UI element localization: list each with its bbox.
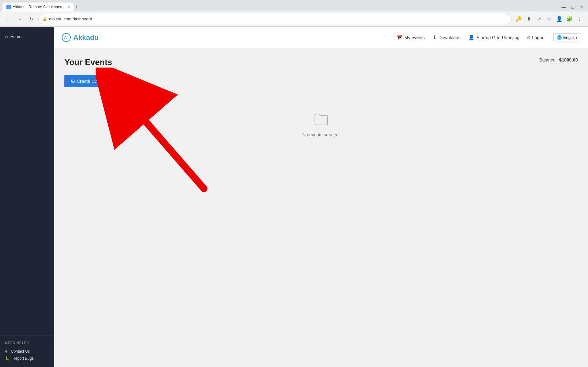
app-header: A Akkadu 📅 My events ⬇ Downloads 👤 Start…	[54, 27, 588, 48]
create-event-button[interactable]: ⊕ Create Event	[64, 75, 109, 87]
send-icon: ✈	[5, 349, 8, 354]
downloads-icon: ⬇	[432, 34, 437, 40]
tab-close-button[interactable]: ×	[67, 4, 70, 10]
sidebar: ⌂ Home NEED HELP? ✈ Contact Us 🐛 Report …	[0, 27, 54, 367]
main-content: Your Events Balance: $1000.00 ⊕ Create E…	[54, 48, 588, 367]
maximize-button[interactable]: □	[569, 3, 577, 11]
menu-icon[interactable]: ⋮	[575, 15, 584, 24]
page-layout: ⌂ Home NEED HELP? ✈ Contact Us 🐛 Report …	[0, 27, 588, 367]
logout-nav[interactable]: ⎋ Logout	[527, 35, 546, 40]
report-bugs-item[interactable]: 🐛 Report Bugs	[5, 355, 49, 362]
logo-icon: A	[62, 33, 71, 42]
balance-value: $1000.00	[559, 57, 578, 62]
app-logo: A Akkadu	[62, 33, 396, 42]
window-controls: — □ ✕	[560, 3, 585, 11]
home-icon: ⌂	[5, 34, 8, 39]
main-wrapper: A Akkadu 📅 My events ⬇ Downloads 👤 Start…	[54, 27, 588, 367]
empty-text: No events created.	[302, 132, 340, 137]
contact-us-item[interactable]: ✈ Contact Us	[5, 348, 49, 355]
create-event-label: Create Event	[77, 79, 103, 84]
language-label: English	[563, 35, 577, 40]
sidebar-top: ⌂ Home	[0, 27, 54, 335]
my-events-nav[interactable]: 📅 My events	[396, 34, 425, 40]
new-tab-button[interactable]: +	[75, 4, 78, 11]
report-bugs-label: Report Bugs	[12, 356, 34, 361]
minimize-button[interactable]: —	[560, 3, 568, 11]
user-icon: 👤	[468, 34, 475, 40]
active-tab[interactable]: Akkadu | Remote Simultaneo... ×	[3, 3, 74, 11]
balance-display: Balance: $1000.00	[539, 57, 578, 62]
balance-label: Balance:	[539, 57, 556, 62]
tab-title: Akkadu | Remote Simultaneo...	[13, 5, 65, 9]
forward-button[interactable]: →	[15, 15, 24, 24]
bookmark-icon[interactable]: ☆	[545, 15, 554, 24]
downloads-label: Downloads	[439, 35, 461, 40]
browser-chrome: Akkadu | Remote Simultaneo... × + — □ ✕ …	[0, 0, 588, 27]
back-button[interactable]: ←	[4, 15, 13, 24]
dashboard-content: Your Events Balance: $1000.00 ⊕ Create E…	[54, 48, 588, 172]
my-events-label: My events	[404, 35, 425, 40]
contact-us-label: Contact Us	[11, 349, 30, 354]
empty-state: No events created.	[64, 87, 578, 163]
user-nav[interactable]: 👤 Startup Grind Nanjing	[468, 34, 519, 40]
tab-bar: Akkadu | Remote Simultaneo... × + — □ ✕	[0, 0, 588, 11]
svg-text:A: A	[64, 36, 67, 40]
sidebar-item-home[interactable]: ⌂ Home	[0, 31, 54, 42]
logout-label: Logout	[532, 35, 546, 40]
sidebar-home-label: Home	[10, 34, 21, 39]
plus-circle-icon: ⊕	[71, 78, 75, 84]
logout-icon: ⎋	[527, 35, 530, 40]
browser-toolbar: ← → ↻ 🔒 akkadu.com/dashboard 🔑 ⬇ ↗ ☆ 👤 🧩…	[0, 11, 588, 27]
address-text: akkadu.com/dashboard	[49, 17, 507, 21]
lock-icon: 🔒	[42, 17, 47, 21]
language-button[interactable]: 🌐 English	[553, 33, 580, 41]
share-icon[interactable]: ↗	[534, 15, 543, 24]
sidebar-bottom: NEED HELP? ✈ Contact Us 🐛 Report Bugs	[0, 335, 54, 367]
dashboard-header: Your Events Balance: $1000.00	[64, 57, 578, 67]
tab-favicon	[6, 5, 11, 9]
downloads-nav[interactable]: ⬇ Downloads	[432, 34, 461, 40]
page-title: Your Events	[64, 57, 112, 67]
toolbar-actions: 🔑 ⬇ ↗ ☆ 👤 🧩 ⋮	[514, 15, 584, 24]
app-nav: 📅 My events ⬇ Downloads 👤 Startup Grind …	[396, 33, 580, 41]
calendar-icon: 📅	[396, 34, 403, 40]
reload-button[interactable]: ↻	[27, 15, 36, 24]
address-bar[interactable]: 🔒 akkadu.com/dashboard	[38, 14, 512, 24]
key-icon[interactable]: 🔑	[514, 15, 523, 24]
profile-icon[interactable]: 👤	[555, 15, 564, 24]
download-icon[interactable]: ⬇	[524, 15, 533, 24]
empty-folder-icon	[314, 113, 329, 128]
user-label: Startup Grind Nanjing	[476, 35, 519, 40]
language-flag: 🌐	[557, 35, 562, 40]
bug-icon: 🐛	[5, 356, 10, 361]
logo-text: Akkadu	[73, 33, 98, 42]
help-title: NEED HELP?	[5, 341, 49, 345]
close-window-button[interactable]: ✕	[578, 3, 585, 11]
extension-icon[interactable]: 🧩	[565, 15, 574, 24]
